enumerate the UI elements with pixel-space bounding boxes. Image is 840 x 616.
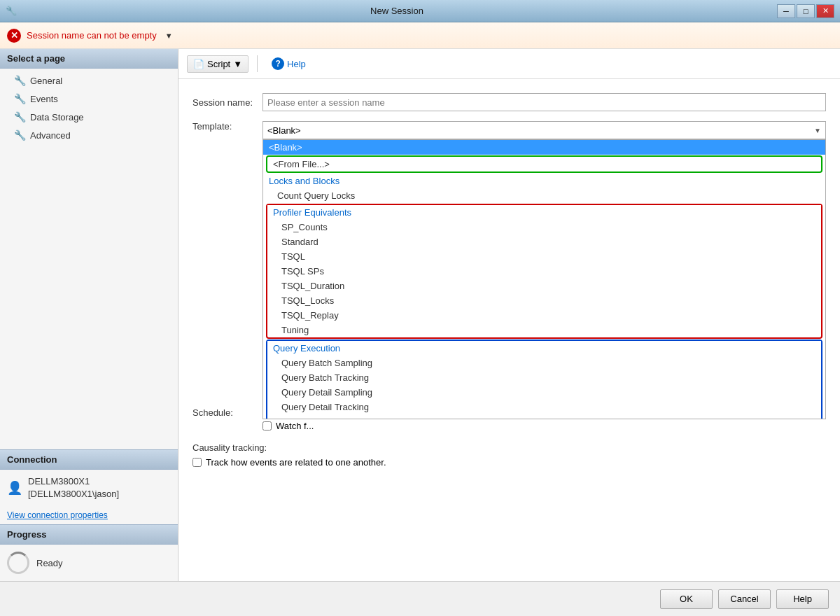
schedule-checkbox-3[interactable] — [262, 421, 272, 430]
dropdown-category-profiler: Profiler Equivalents — [267, 205, 821, 220]
help-icon: ? — [272, 57, 284, 70]
dropdown-item-query-wait-statistic[interactable]: Query Wait Statistic — [267, 414, 821, 419]
schedule-label: Schedule: — [192, 405, 262, 418]
sidebar-label-data-storage: Data Storage — [30, 112, 84, 122]
help-label: Help — [287, 59, 306, 69]
dropdown-item-from-file[interactable]: <From File...> — [267, 157, 821, 172]
sidebar-label-advanced: Advanced — [30, 130, 71, 141]
connection-item: 👤 DELLM3800X1 [DELLM3800X1\jason] — [0, 470, 178, 506]
sidebar-label-events: Events — [30, 94, 58, 104]
wrench-icon: 🔧 — [14, 75, 26, 86]
wrench-icon-2: 🔧 — [14, 93, 26, 104]
sidebar-label-general: General — [30, 76, 62, 86]
content-area: 📄 Script ▼ ? Help Session name: Template… — [178, 49, 840, 581]
progress-header: Progress — [0, 524, 178, 545]
sidebar-item-general[interactable]: 🔧 General — [0, 71, 178, 90]
progress-spinner — [7, 552, 29, 574]
wrench-icon-3: 🔧 — [14, 111, 26, 122]
sidebar-item-data-storage[interactable]: 🔧 Data Storage — [0, 108, 178, 126]
schedule-check-3: Watch f... — [262, 421, 826, 431]
causality-check-label: Track how events are related to one anot… — [206, 457, 386, 468]
dropdown-item-tsql-replay[interactable]: TSQL_Replay — [267, 308, 821, 323]
dropdown-item-tsql-sps[interactable]: TSQL SPs — [267, 264, 821, 279]
template-value: <Blank> — [267, 125, 301, 136]
main-layout: Select a page 🔧 General 🔧 Events 🔧 Data … — [0, 49, 840, 581]
template-row: Template: <Blank> ▼ <Blank> <From File..… — [192, 121, 826, 139]
dropdown-blue-box: Query Execution Query Batch Sampling Que… — [266, 340, 822, 419]
script-dropdown-arrow: ▼ — [233, 59, 242, 69]
select-page-header: Select a page — [0, 49, 178, 69]
script-label: Script — [207, 59, 230, 69]
template-select-wrapper: <Blank> ▼ <Blank> <From File...> — [262, 121, 826, 139]
minimize-button[interactable]: ─ — [777, 4, 795, 18]
toolbar-separator — [257, 55, 258, 72]
sidebar-item-events[interactable]: 🔧 Events — [0, 90, 178, 108]
progress-item: Ready — [0, 545, 178, 581]
template-select[interactable]: <Blank> ▼ — [262, 121, 826, 139]
form-area: Session name: Template: <Blank> ▼ <Blank… — [178, 79, 840, 581]
dropdown-item-tuning[interactable]: Tuning — [267, 323, 821, 337]
dropdown-item-blank[interactable]: <Blank> — [263, 140, 825, 155]
dropdown-red-box: Profiler Equivalents SP_Counts Standard … — [266, 204, 822, 339]
dropdown-green-box: <From File...> — [266, 155, 822, 173]
dropdown-item-query-detail-sampling[interactable]: Query Detail Sampling — [267, 385, 821, 400]
dropdown-item-query-batch-sampling[interactable]: Query Batch Sampling — [267, 356, 821, 370]
session-name-input[interactable] — [262, 93, 826, 111]
dropdown-item-count-query-locks[interactable]: Count Query Locks — [263, 188, 825, 203]
schedule-check-3-label: Watch f... — [276, 421, 314, 431]
bottom-bar: OK Cancel Help — [0, 581, 840, 616]
dropdown-item-standard[interactable]: Standard — [267, 234, 821, 249]
cancel-button[interactable]: Cancel — [718, 589, 771, 609]
connection-server: DELLM3800X1 — [28, 475, 119, 488]
causality-label: Causality tracking: — [192, 442, 826, 453]
script-icon: 📄 — [193, 59, 204, 69]
error-bar: ✕ Session name can not be empty ▼ — [0, 22, 840, 49]
dropdown-item-query-batch-tracking[interactable]: Query Batch Tracking — [267, 370, 821, 385]
dropdown-category-query-execution: Query Execution — [267, 341, 821, 356]
session-name-row: Session name: — [192, 93, 826, 111]
script-button[interactable]: 📄 Script ▼ — [187, 55, 248, 73]
ok-button[interactable]: OK — [660, 589, 713, 609]
wrench-icon-4: 🔧 — [14, 130, 26, 141]
close-button[interactable]: ✕ — [816, 4, 834, 18]
causality-checkbox[interactable] — [192, 458, 202, 467]
progress-status: Ready — [36, 558, 63, 568]
connection-text: DELLM3800X1 [DELLM3800X1\jason] — [28, 475, 119, 500]
template-label: Template: — [192, 121, 262, 132]
help-toolbar-button[interactable]: ? Help — [266, 55, 312, 73]
template-dropdown-list[interactable]: <Blank> <From File...> Locks and Blocks … — [262, 139, 826, 419]
maximize-button[interactable]: □ — [797, 4, 815, 18]
causality-section: Causality tracking: Track how events are… — [192, 442, 826, 468]
causality-check-row: Track how events are related to one anot… — [192, 457, 826, 468]
title-bar: 🔧 New Session ─ □ ✕ — [0, 0, 840, 22]
connection-section: Connection 👤 DELLM3800X1 [DELLM3800X1\ja… — [0, 449, 178, 581]
view-connection-link[interactable]: View connection properties — [0, 506, 178, 524]
dropdown-item-tsql[interactable]: TSQL — [267, 249, 821, 264]
error-message: Session name can not be empty — [27, 30, 157, 41]
sidebar-spacer — [0, 147, 178, 449]
user-icon: 👤 — [7, 480, 22, 496]
dropdown-category-locks: Locks and Blocks — [263, 174, 825, 188]
dropdown-item-query-detail-tracking[interactable]: Query Detail Tracking — [267, 400, 821, 414]
app-icon: 🔧 — [6, 6, 17, 16]
error-icon: ✕ — [7, 29, 21, 43]
help-button[interactable]: Help — [776, 589, 829, 609]
dropdown-item-tsql-duration[interactable]: TSQL_Duration — [267, 279, 821, 293]
connection-user: [DELLM3800X1\jason] — [28, 488, 119, 500]
connection-header: Connection — [0, 449, 178, 470]
window-controls: ─ □ ✕ — [777, 4, 834, 18]
template-dropdown-arrow: ▼ — [814, 127, 821, 134]
dropdown-item-sp-counts[interactable]: SP_Counts — [267, 220, 821, 234]
sidebar-item-advanced[interactable]: 🔧 Advanced — [0, 126, 178, 144]
window-title: New Session — [17, 6, 777, 16]
dropdown-item-tsql-locks[interactable]: TSQL_Locks — [267, 293, 821, 308]
sidebar-nav: 🔧 General 🔧 Events 🔧 Data Storage 🔧 Adva… — [0, 69, 178, 147]
toolbar: 📄 Script ▼ ? Help — [178, 49, 840, 79]
session-name-label: Session name: — [192, 97, 262, 108]
error-dropdown-arrow[interactable]: ▼ — [165, 31, 173, 40]
sidebar: Select a page 🔧 General 🔧 Events 🔧 Data … — [0, 49, 178, 581]
